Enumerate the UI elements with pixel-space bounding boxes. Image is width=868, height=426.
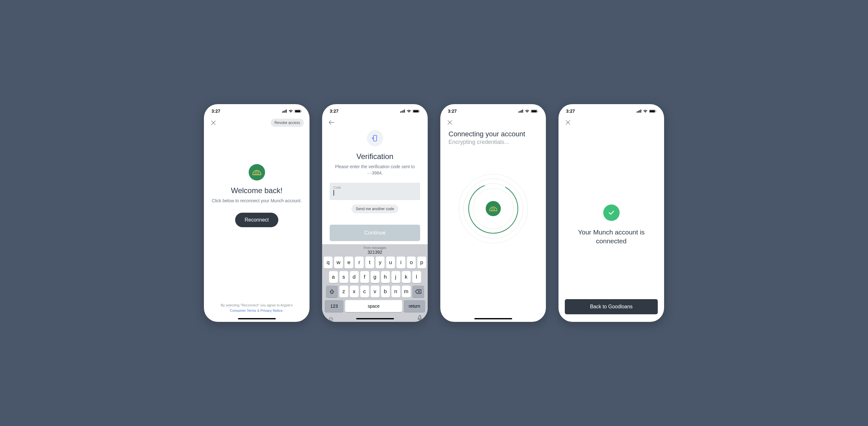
key-i[interactable]: i — [397, 257, 405, 268]
key-r[interactable]: r — [355, 257, 364, 268]
key-w[interactable]: w — [334, 257, 343, 268]
home-indicator[interactable] — [592, 318, 630, 319]
svg-rect-6 — [301, 110, 302, 112]
key-p[interactable]: p — [417, 257, 426, 268]
key-d[interactable]: d — [350, 271, 359, 283]
home-indicator[interactable] — [474, 318, 512, 319]
key-x[interactable]: x — [350, 286, 359, 297]
verification-icon — [367, 130, 383, 146]
signal-icon — [637, 110, 642, 113]
suggestion-source: From messages — [323, 246, 427, 250]
topbar — [322, 116, 428, 129]
key-j[interactable]: j — [392, 271, 400, 283]
keyboard-suggestion[interactable]: From messages 321392 — [323, 246, 427, 257]
svg-rect-26 — [639, 110, 640, 113]
svg-point-23 — [468, 183, 519, 234]
screen-verification: 3:27 Verification Please enter the verif… — [322, 104, 428, 322]
svg-rect-25 — [638, 111, 639, 113]
content: Verification Please enter the verificati… — [322, 129, 428, 241]
revoke-access-button[interactable]: Revoke access — [271, 119, 304, 127]
battery-icon — [412, 110, 420, 113]
svg-rect-3 — [286, 110, 287, 113]
key-a[interactable]: a — [329, 271, 338, 283]
wifi-icon — [407, 110, 411, 113]
key-l[interactable]: l — [412, 271, 421, 283]
key-y[interactable]: y — [376, 257, 384, 268]
svg-rect-0 — [282, 111, 283, 113]
code-input-label: Code — [334, 186, 416, 189]
privacy-notice-link[interactable]: Privacy Notice. — [260, 309, 283, 312]
battery-icon — [649, 110, 656, 113]
key-return[interactable]: return — [404, 300, 425, 312]
home-indicator[interactable] — [356, 318, 394, 319]
wifi-icon — [643, 110, 648, 113]
signal-icon — [519, 110, 524, 113]
key-v[interactable]: v — [371, 286, 379, 297]
key-shift[interactable] — [326, 286, 338, 297]
key-k[interactable]: k — [402, 271, 411, 283]
back-to-goodloans-button[interactable]: Back to Goodloans — [565, 299, 658, 314]
spinner-progress — [468, 183, 519, 234]
key-h[interactable]: h — [381, 271, 390, 283]
back-icon[interactable] — [328, 119, 335, 126]
svg-rect-17 — [520, 111, 521, 113]
connecting-header: Connecting your account Encrypting crede… — [448, 130, 526, 145]
key-f[interactable]: f — [360, 271, 369, 283]
key-u[interactable]: u — [386, 257, 395, 268]
keyboard-row-1: q w e r t y u i o p — [323, 257, 427, 268]
topbar: Revoke access — [204, 116, 310, 130]
emoji-icon[interactable]: ☺ — [328, 315, 334, 322]
svg-rect-21 — [531, 110, 537, 112]
key-m[interactable]: m — [402, 286, 411, 297]
keyboard-tools: ☺ — [323, 312, 427, 322]
key-o[interactable]: o — [407, 257, 416, 268]
keyboard: From messages 321392 q w e r t y u i o p… — [322, 244, 428, 322]
svg-rect-19 — [522, 110, 523, 113]
topbar — [558, 116, 664, 129]
reconnect-button[interactable]: Reconnect — [235, 213, 278, 227]
key-e[interactable]: e — [344, 257, 353, 268]
home-indicator[interactable] — [238, 318, 276, 319]
key-c[interactable]: c — [360, 286, 369, 297]
send-another-code-button[interactable]: Send me another code — [351, 204, 398, 213]
signal-icon — [400, 110, 405, 113]
key-s[interactable]: s — [339, 271, 348, 283]
svg-rect-12 — [413, 110, 418, 112]
status-bar: 3:27 — [322, 104, 428, 116]
svg-rect-16 — [519, 111, 519, 113]
screen-connecting: 3:27 Connecting your account Encrypting … — [440, 104, 546, 322]
connecting-title: Connecting your account — [448, 130, 525, 138]
loading-spinner — [459, 174, 528, 243]
close-icon[interactable] — [564, 119, 572, 126]
key-123[interactable]: 123 — [324, 300, 344, 312]
svg-rect-29 — [650, 110, 655, 112]
signal-icon — [282, 110, 287, 113]
mic-icon[interactable] — [417, 315, 422, 322]
svg-rect-18 — [521, 110, 522, 113]
key-q[interactable]: q — [324, 257, 333, 268]
svg-rect-5 — [295, 110, 300, 112]
code-input[interactable]: Code — [330, 183, 420, 200]
wifi-icon — [525, 110, 529, 113]
keyboard-row-2: a s d f g h j k l — [323, 271, 427, 283]
key-n[interactable]: n — [392, 286, 400, 297]
svg-rect-10 — [404, 110, 405, 113]
key-t[interactable]: t — [365, 257, 374, 268]
key-z[interactable]: z — [339, 286, 348, 297]
svg-rect-30 — [656, 110, 656, 112]
wifi-icon — [288, 110, 293, 113]
welcome-subtitle: Click below to reconnect your Munch acco… — [212, 198, 302, 204]
status-bar: 3:27 — [440, 104, 546, 116]
status-icons — [400, 110, 420, 113]
key-space[interactable]: space — [345, 300, 402, 312]
connecting-subtitle: Encrypting credentials... — [448, 139, 525, 145]
key-g[interactable]: g — [371, 271, 379, 283]
status-icons — [637, 110, 656, 113]
close-icon[interactable] — [446, 119, 454, 126]
key-b[interactable]: b — [381, 286, 390, 297]
content: Connecting your account Encrypting crede… — [440, 129, 546, 322]
text-cursor — [334, 190, 334, 196]
consumer-terms-link[interactable]: Consumer Terms — [230, 309, 256, 312]
close-icon[interactable] — [210, 119, 217, 126]
key-backspace[interactable] — [412, 286, 424, 297]
